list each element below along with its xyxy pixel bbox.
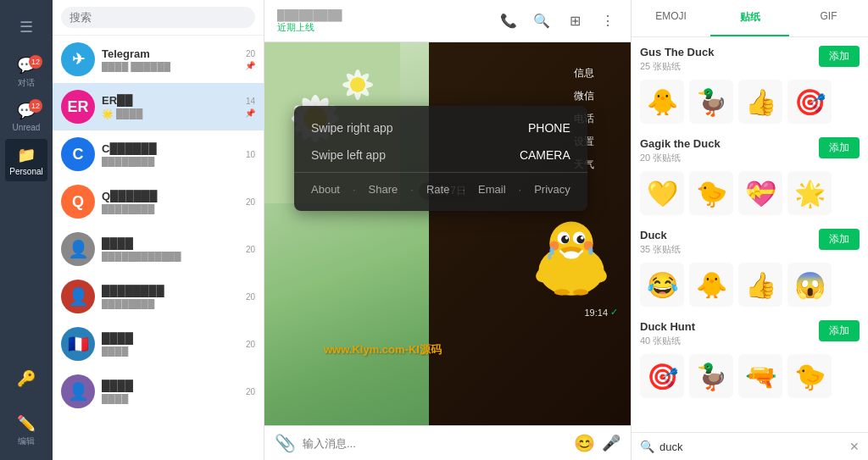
chat-content: Swipe right app PHONE Swipe left app CAM… [277,55,618,413]
tab-sticker[interactable]: 贴纸 [710,0,789,36]
contact-time: 14 [246,97,255,106]
contact-item[interactable]: 👤████████████████20 [53,273,264,320]
contact-preview: ████████ [102,299,242,309]
personal-label: Personal [9,167,42,176]
personal-icon: 📁 [16,145,36,165]
pack-stickers-row: 😂🐥👍😱 [640,263,860,307]
phone-btn[interactable]: 📞 [498,11,519,31]
contact-name: ER██ [102,94,241,107]
contact-item[interactable]: CC██████████████10 [53,130,264,178]
svg-point-22 [564,251,579,258]
pack-sticker[interactable]: 🎯 [640,354,684,398]
contact-list: ✈Telegram████ ██████20📌ERER██🌟 ████14📌CC… [53,0,264,460]
contact-preview: ████ [102,346,242,357]
nav-personal-btn[interactable]: 📁 Personal [5,139,47,181]
pack-sticker[interactable]: 💛 [640,171,684,215]
nav-unread-btn[interactable]: 💬 12 Unread [5,95,47,137]
nav-edit-btn[interactable]: ✏️ 编辑 [5,409,47,452]
pack-sticker[interactable]: 🐥 [689,263,733,307]
tab-emoji[interactable]: EMOJI [632,0,710,36]
contacts-scroll: ✈Telegram████ ██████20📌ERER██🌟 ████14📌CC… [53,36,264,460]
pack-count: 20 张贴纸 [640,152,721,164]
pack-sticker[interactable]: 🦆 [689,354,733,398]
pack-sticker[interactable]: 😱 [787,263,832,307]
pack-sticker[interactable]: 👍 [738,80,782,124]
pack-add-btn[interactable]: 添加 [819,229,860,250]
contact-item[interactable]: ✈Telegram████ ██████20📌 [53,36,264,83]
sticker-pack: Gus The Duck25 张贴纸添加🐥🦆👍🎯 [640,46,860,124]
contact-preview: ████████ [102,157,242,167]
ctx-share[interactable]: Share [369,183,398,196]
pack-sticker[interactable]: 🐥 [640,80,684,124]
contact-item[interactable]: 🇫🇷████████20 [53,320,264,368]
chat-messages[interactable]: Swipe right app PHONE Swipe left app CAM… [264,42,631,425]
pack-sticker[interactable]: 😂 [640,263,684,307]
pack-add-btn[interactable]: 添加 [819,46,860,67]
pack-sticker[interactable]: 👍 [738,263,782,307]
contact-meta: 14📌 [245,97,255,118]
contact-item[interactable]: 👤████████20 [53,368,264,415]
ctx-about[interactable]: About [311,183,340,196]
avatar: 🇫🇷 [61,327,95,361]
contact-info: ████████████████ [102,285,242,309]
contact-item[interactable]: 👤████████████████20 [53,225,264,273]
pack-sticker[interactable]: 🌟 [787,171,832,215]
message-input[interactable] [303,437,567,450]
sticker-panel: EMOJI 贴纸 GIF Gus The Duck25 张贴纸添加🐥🦆👍🎯Gag… [631,0,868,460]
contact-name: ████ [102,237,242,250]
chat-title-sub: 近期上线 [277,21,498,34]
key-icon: 🔑 [16,369,36,389]
contact-meta: 20 [246,340,255,349]
sticker-content: Gus The Duck25 张贴纸添加🐥🦆👍🎯Gagik the Duck20… [632,37,868,432]
search-btn[interactable]: 🔍 [531,11,552,31]
contact-preview: 🌟 ████ [102,108,241,119]
contact-item[interactable]: ERER██🌟 ████14📌 [53,83,264,130]
svg-point-17 [561,236,569,243]
contact-meta: 20📌 [245,49,255,70]
contact-item[interactable]: QQ██████████████20 [53,178,264,225]
ctx-swipe-left-label: Swipe left app [311,148,386,162]
pack-sticker[interactable]: 🔫 [738,354,782,398]
emoji-btn[interactable]: 😊 [574,433,595,453]
avatar: Q [61,185,95,219]
ctx-rate[interactable]: Rate [426,183,449,196]
nav-chat-btn[interactable]: 💬 12 对话 [5,51,47,93]
edit-label: 编辑 [18,435,35,447]
search-input[interactable] [61,7,255,28]
chat-header-actions: 📞 🔍 ⊞ ⋮ [498,11,618,31]
pack-add-btn[interactable]: 添加 [819,320,860,341]
ctx-swipe-left-value: CAMERA [520,148,570,162]
attach-btn[interactable]: 📎 [275,433,296,453]
pack-sticker[interactable]: 🎯 [787,80,832,124]
nav-menu-btn[interactable]: ☰ [5,7,47,49]
voice-btn[interactable]: 🎤 [602,434,620,452]
menu-item-info[interactable]: 信息 [567,64,601,83]
contact-name: C██████ [102,142,242,155]
pack-stickers-row: 🎯🦆🔫🐤 [640,354,860,398]
tab-gif[interactable]: GIF [789,0,868,36]
ctx-swipe-left[interactable]: Swipe left app CAMERA [294,141,587,169]
ctx-privacy[interactable]: Privacy [534,183,570,196]
ctx-swipe-right[interactable]: Swipe right app PHONE [294,114,587,141]
pack-sticker[interactable]: 🐤 [689,171,733,215]
menu-item-wechat[interactable]: 微信 [567,86,601,106]
pack-add-btn[interactable]: 添加 [819,137,860,158]
contact-info: Q██████████████ [102,190,242,214]
more-btn[interactable]: ⋮ [598,11,618,31]
pack-sticker[interactable]: 🐤 [787,354,832,398]
pack-stickers-row: 🐥🦆👍🎯 [640,80,860,124]
sticker-search-input[interactable] [659,441,844,453]
split-btn[interactable]: ⊞ [565,11,585,31]
sticker-container: 19:14 ✓ [525,208,618,318]
ctx-email[interactable]: Email [478,183,506,196]
ctx-links: About · Share · Rate · Email · Privacy [294,176,587,202]
pack-sticker[interactable]: 🦆 [689,80,733,124]
sticker-search-clear[interactable]: ✕ [849,440,860,453]
pack-name: Gus The Duck [640,46,714,58]
avatar: 👤 [61,232,95,266]
contact-meta: 20 [246,197,255,207]
nav-key-btn[interactable]: 🔑 [5,358,47,401]
svg-point-31 [573,289,588,295]
pack-sticker[interactable]: 💝 [738,171,782,215]
svg-point-26 [548,253,552,259]
